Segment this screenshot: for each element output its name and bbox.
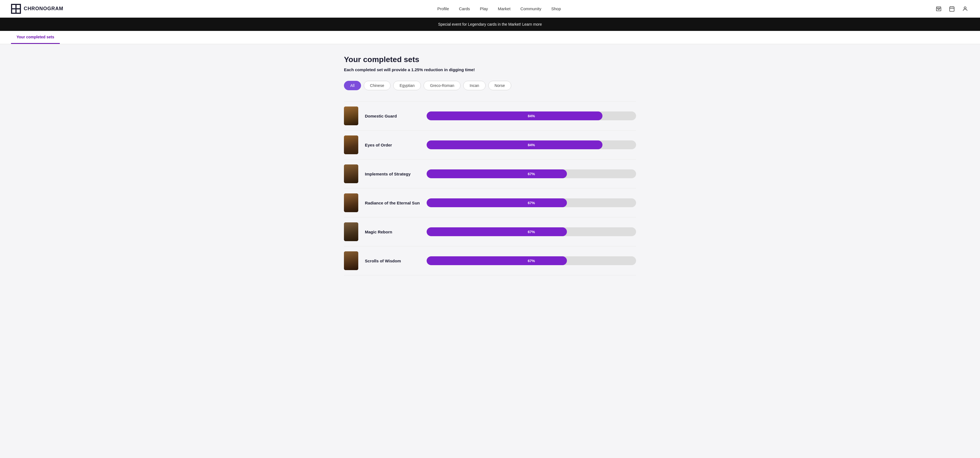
user-icon[interactable] xyxy=(961,5,969,13)
set-name: Radiance of the Eternal Sun xyxy=(365,201,420,205)
logo-icon xyxy=(11,4,21,14)
progress-bar-background: 67% xyxy=(426,169,636,178)
nav-market[interactable]: Market xyxy=(498,6,511,11)
set-thumbnail xyxy=(344,136,358,154)
progress-bar-background: 67% xyxy=(426,256,636,265)
progress-bar-fill xyxy=(426,112,603,120)
set-row: Radiance of the Eternal Sun 67% xyxy=(344,188,636,217)
progress-bar-background: 84% xyxy=(426,112,636,120)
logo[interactable]: CHRONOGRAM xyxy=(11,4,64,14)
set-name: Domestic Guard xyxy=(365,114,420,118)
header-icons xyxy=(935,5,969,13)
progress-bar-fill xyxy=(426,198,567,207)
nav-profile[interactable]: Profile xyxy=(438,6,449,11)
logo-text: CHRONOGRAM xyxy=(24,6,64,11)
progress-container: 67% xyxy=(426,227,636,236)
set-thumbnail xyxy=(344,164,358,183)
svg-rect-3 xyxy=(12,10,16,13)
set-thumbnail xyxy=(344,193,358,212)
progress-bar-background: 84% xyxy=(426,140,636,149)
progress-container: 67% xyxy=(426,169,636,178)
tab-completed-sets[interactable]: Your completed sets xyxy=(11,31,60,44)
sets-list: Domestic Guard 84% Eyes of Order 84% xyxy=(344,101,636,275)
svg-point-9 xyxy=(964,6,966,8)
banner-text: Special event for Legendary cards in the… xyxy=(438,22,542,27)
svg-rect-4 xyxy=(16,10,20,13)
set-thumbnail xyxy=(344,222,358,241)
set-row: Implements of Strategy 67% xyxy=(344,160,636,188)
set-row: Scrolls of Wisdom 67% xyxy=(344,246,636,275)
filter-egyptian[interactable]: Egyptian xyxy=(393,81,421,90)
set-name: Scrolls of Wisdom xyxy=(365,259,420,263)
svg-rect-1 xyxy=(12,5,16,8)
store-icon[interactable] xyxy=(935,5,942,13)
set-name: Magic Reborn xyxy=(365,230,420,234)
filter-all[interactable]: All xyxy=(344,81,361,90)
set-name: Implements of Strategy xyxy=(365,172,420,176)
banner: Special event for Legendary cards in the… xyxy=(0,18,980,31)
set-thumbnail xyxy=(344,107,358,125)
nav-shop[interactable]: Shop xyxy=(551,6,561,11)
progress-container: 67% xyxy=(426,256,636,265)
main-nav: Profile Cards Play Market Community Shop xyxy=(438,6,561,11)
header: CHRONOGRAM Profile Cards Play Market Com… xyxy=(0,0,980,18)
progress-container: 84% xyxy=(426,140,636,149)
filter-incan[interactable]: Incan xyxy=(463,81,485,90)
filter-norse[interactable]: Norse xyxy=(488,81,511,90)
calendar-icon[interactable] xyxy=(948,5,956,13)
tabs-row: Your completed sets xyxy=(0,31,980,44)
svg-rect-5 xyxy=(950,6,955,11)
progress-bar-fill xyxy=(426,227,567,236)
progress-bar-fill xyxy=(426,140,603,149)
progress-bar-background: 67% xyxy=(426,227,636,236)
progress-container: 67% xyxy=(426,198,636,207)
main-content: Your completed sets Each completed set w… xyxy=(339,44,641,286)
nav-community[interactable]: Community xyxy=(520,6,541,11)
progress-bar-fill xyxy=(426,256,567,265)
svg-rect-2 xyxy=(16,5,20,8)
set-thumbnail xyxy=(344,251,358,270)
filter-row: All Chinese Egyptian Greco-Roman Incan N… xyxy=(344,81,636,90)
page-subtitle: Each completed set will provide a 1.25% … xyxy=(344,67,636,72)
set-name: Eyes of Order xyxy=(365,143,420,147)
filter-chinese[interactable]: Chinese xyxy=(364,81,390,90)
nav-cards[interactable]: Cards xyxy=(459,6,470,11)
progress-bar-fill xyxy=(426,169,567,178)
set-row: Eyes of Order 84% xyxy=(344,131,636,160)
page-title: Your completed sets xyxy=(344,55,636,64)
progress-container: 84% xyxy=(426,112,636,120)
progress-bar-background: 67% xyxy=(426,198,636,207)
filter-greco-roman[interactable]: Greco-Roman xyxy=(423,81,460,90)
set-row: Magic Reborn 67% xyxy=(344,217,636,246)
nav-play[interactable]: Play xyxy=(480,6,488,11)
set-row: Domestic Guard 84% xyxy=(344,101,636,131)
